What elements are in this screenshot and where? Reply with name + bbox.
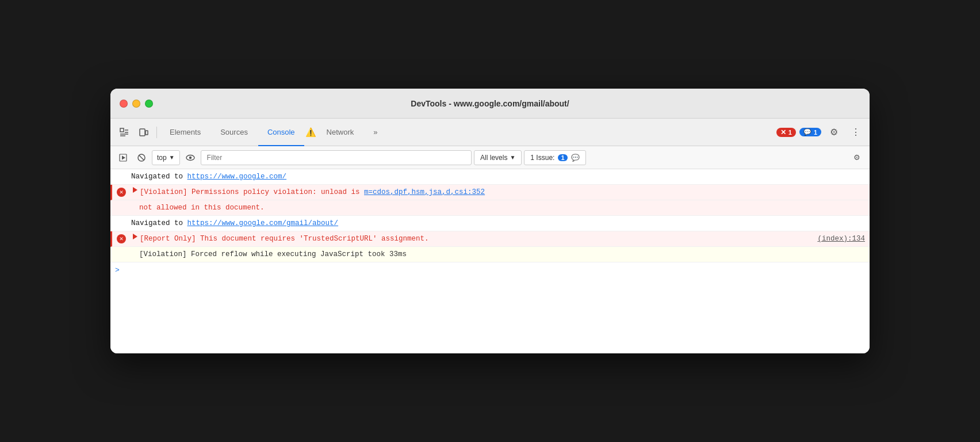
navigate-text-1: Navigated to	[131, 172, 187, 182]
separator-1	[156, 127, 157, 138]
window-title: DevTools - www.google.com/gmail/about/	[411, 99, 569, 108]
console-settings-button[interactable]: ⚙	[849, 150, 865, 166]
console-toolbar: top ▼ All levels ▼ 1 Issue: 1 💬 ⚙	[110, 146, 870, 169]
filter-input[interactable]	[201, 150, 472, 165]
svg-point-12	[189, 156, 191, 158]
tab-network[interactable]: Network	[317, 119, 363, 146]
tab-sources[interactable]: Sources	[211, 119, 257, 146]
maximize-button[interactable]	[145, 100, 153, 108]
navigate-link-1[interactable]: https://www.google.com/	[187, 172, 287, 182]
console-output: Navigated to https://www.google.com/ ✕ […	[110, 169, 870, 353]
svg-rect-0	[120, 128, 124, 132]
error-icon-1: ✕	[117, 188, 126, 197]
issues-button[interactable]: 1 Issue: 1 💬	[524, 150, 585, 165]
tab-console[interactable]: Console	[258, 119, 304, 146]
titlebar: DevTools - www.google.com/gmail/about/	[110, 89, 870, 119]
info-badge[interactable]: 💬 1	[799, 128, 821, 136]
svg-rect-5	[140, 129, 145, 136]
tab-bar: Elements Sources Console ⚠️ Network » ✕ …	[110, 119, 870, 146]
devtools-window: DevTools - www.google.com/gmail/about/ E…	[110, 89, 870, 353]
console-row-navigate-1: Navigated to https://www.google.com/	[110, 169, 870, 185]
navigate-link-2[interactable]: https://www.google.com/gmail/about/	[187, 218, 339, 228]
console-row-violation-1: [Violation] Forced reflow while executin…	[110, 247, 870, 262]
issue-count-badge: 1	[558, 154, 567, 161]
minimize-button[interactable]	[132, 100, 140, 108]
clear-console-button[interactable]	[133, 150, 150, 166]
file-link-1[interactable]: (index):134	[817, 234, 865, 244]
violation-text-1: [Violation] Forced reflow while executin…	[131, 249, 407, 260]
expand-triangle-1[interactable]	[133, 187, 137, 193]
error-text-2: [Report Only] This document requires 'Tr…	[140, 234, 433, 244]
violation-link-1[interactable]: m=cdos,dpf,hsm,jsa,d,csi:352	[364, 187, 485, 197]
error-text-1-cont: not allowed in this document.	[139, 203, 265, 213]
svg-rect-6	[146, 131, 148, 135]
warning-icon: ⚠️	[305, 127, 316, 138]
chevron-down-icon: ▼	[510, 154, 515, 161]
console-prompt[interactable]	[110, 262, 870, 269]
context-selector[interactable]: top ▼	[152, 150, 180, 165]
tab-more[interactable]: »	[364, 119, 386, 146]
device-toggle-button[interactable]	[135, 123, 153, 142]
svg-line-10	[139, 155, 144, 160]
inspect-element-button[interactable]	[115, 123, 133, 142]
settings-button[interactable]: ⚙	[825, 123, 843, 142]
error-badge[interactable]: ✕ 1	[776, 128, 796, 137]
toolbar-right: ✕ 1 💬 1 ⚙ ⋮	[776, 123, 865, 142]
navigate-text-2: Navigated to	[131, 218, 187, 228]
traffic-lights	[120, 100, 153, 108]
console-row-error-1: ✕ [Violation] Permissions policy violati…	[110, 185, 870, 200]
expand-triangle-2[interactable]	[133, 234, 137, 239]
issue-badge-icon: 💬	[571, 154, 580, 162]
tab-elements[interactable]: Elements	[160, 119, 210, 146]
svg-marker-8	[122, 155, 125, 159]
console-row-navigate-2: Navigated to https://www.google.com/gmai…	[110, 216, 870, 231]
eye-filter-button[interactable]	[182, 150, 198, 166]
console-row-error-1-cont: not allowed in this document.	[110, 200, 870, 216]
log-level-selector[interactable]: All levels ▼	[474, 150, 522, 165]
error-icon-2: ✕	[117, 234, 126, 243]
chevron-down-icon: ▼	[169, 154, 175, 161]
close-button[interactable]	[120, 100, 128, 108]
more-options-button[interactable]: ⋮	[847, 123, 865, 142]
run-script-button[interactable]	[115, 150, 131, 166]
console-row-error-2: ✕ [Report Only] This document requires '…	[110, 231, 870, 247]
error-text-1: [Violation] Permissions policy violation…	[140, 187, 364, 197]
